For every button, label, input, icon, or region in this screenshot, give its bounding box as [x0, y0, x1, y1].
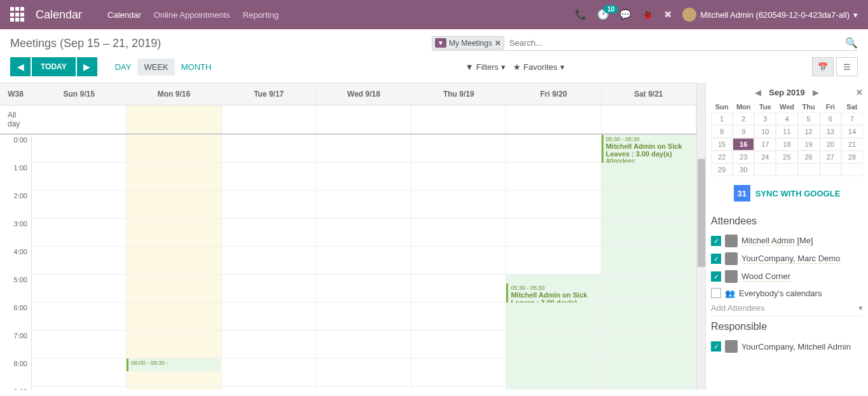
list-view-button[interactable]: ☰ [836, 57, 858, 76]
time-cell[interactable] [317, 331, 411, 358]
time-cell[interactable] [506, 303, 601, 331]
time-cell[interactable]: 05:30 - 05:30Mitchell Admin on Sick Leav… [602, 135, 696, 163]
mini-day[interactable]: 15 [711, 138, 733, 151]
sync-google[interactable]: 31 SYNC WITH GOOGLE [711, 176, 863, 210]
time-cell[interactable] [32, 358, 127, 386]
time-cell[interactable] [602, 331, 696, 358]
next-button[interactable]: ▶ [77, 57, 97, 76]
mini-day[interactable]: 10 [754, 125, 776, 138]
time-cell[interactable] [411, 247, 506, 275]
time-cell[interactable] [506, 191, 601, 219]
time-cell[interactable] [127, 191, 221, 219]
mini-day[interactable]: 2 [733, 113, 754, 125]
time-cell[interactable] [222, 163, 317, 191]
nav-calendar[interactable]: Calendar [107, 10, 141, 20]
time-cell[interactable] [127, 303, 221, 331]
mini-day[interactable]: 9 [733, 125, 754, 138]
tab-week[interactable]: WEEK [137, 58, 174, 76]
time-cell[interactable] [506, 219, 601, 247]
scrollbar-thumb[interactable] [698, 159, 705, 267]
mini-day[interactable]: 30 [733, 163, 754, 176]
time-cell[interactable] [411, 386, 506, 390]
time-cell[interactable] [32, 275, 127, 303]
mini-day[interactable]: 13 [820, 125, 841, 138]
scrollbar[interactable] [696, 83, 705, 390]
time-cell[interactable] [222, 386, 317, 390]
time-cell[interactable] [32, 191, 127, 219]
mini-day[interactable]: 4 [776, 113, 797, 125]
time-cell[interactable] [222, 358, 317, 386]
bug-icon[interactable]: 🐞 [642, 9, 654, 20]
close-icon[interactable]: ✕ [495, 39, 501, 48]
time-cell[interactable] [506, 247, 601, 275]
time-cell[interactable] [32, 303, 127, 331]
mini-day[interactable]: 25 [776, 151, 797, 163]
today-button[interactable]: TODAY [32, 57, 76, 76]
time-cell[interactable]: 08:00 - 08:30 - [127, 358, 221, 386]
calendar-view-button[interactable]: 📅 [812, 57, 834, 76]
time-cell[interactable] [602, 247, 696, 275]
responsible-row[interactable]: ✓ YourCompany, Mitchell Admin [711, 338, 863, 355]
clock-icon[interactable]: 🕐10 [597, 9, 609, 20]
favorites-dropdown[interactable]: ★ Favorites ▾ [513, 62, 564, 72]
time-cell[interactable] [411, 219, 506, 247]
time-cell[interactable] [602, 386, 696, 390]
time-cell[interactable] [32, 135, 127, 163]
time-cell[interactable] [32, 247, 127, 275]
mini-day[interactable]: 3 [754, 113, 776, 125]
time-cell[interactable] [127, 386, 221, 390]
nav-online-appointments[interactable]: Online Appointments [154, 10, 230, 20]
mini-day[interactable]: 6 [820, 113, 841, 125]
time-cell[interactable] [411, 163, 506, 191]
mini-day[interactable]: 16 [733, 138, 754, 151]
filter-tag[interactable]: ▼ My Meetings ✕ [432, 36, 504, 50]
everybody-calendars[interactable]: 👥 Everybody's calendars [711, 285, 863, 301]
user-menu[interactable]: Mitchell Admin (620549-12-0-423da7-all) … [682, 8, 858, 22]
time-cell[interactable] [411, 331, 506, 358]
mini-day[interactable]: 18 [776, 138, 797, 151]
filters-dropdown[interactable]: ▼ Filters ▾ [465, 62, 506, 72]
prev-button[interactable]: ◀ [10, 57, 31, 76]
mini-day[interactable]: 29 [711, 163, 733, 176]
time-cell[interactable] [127, 135, 221, 163]
checkbox[interactable]: ✓ [711, 271, 721, 282]
time-cell[interactable] [411, 358, 506, 386]
mini-day[interactable]: 28 [841, 151, 863, 163]
time-cell[interactable] [317, 191, 411, 219]
mini-next-icon[interactable]: ▶ [813, 88, 819, 97]
attendee-row[interactable]: ✓YourCompany, Marc Demo [711, 250, 863, 268]
event-meeting-mon[interactable]: 08:00 - 08:30 - [127, 358, 219, 371]
time-cell[interactable] [127, 331, 221, 358]
search-input[interactable] [504, 36, 845, 50]
phone-icon[interactable]: 📞 [575, 9, 587, 20]
time-cell[interactable]: 05:30 - 05:30Mitchell Admin on Sick Leav… [506, 275, 601, 303]
mini-day[interactable]: 20 [820, 138, 841, 151]
time-cell[interactable] [602, 219, 696, 247]
apps-icon[interactable] [10, 7, 25, 22]
time-cell[interactable] [222, 303, 317, 331]
mini-day[interactable]: 8 [711, 125, 733, 138]
search-icon[interactable]: 🔍 [845, 37, 858, 49]
nav-reporting[interactable]: Reporting [243, 10, 279, 20]
mini-day[interactable]: 21 [841, 138, 863, 151]
mini-day[interactable]: 12 [798, 125, 820, 138]
mini-day[interactable]: 1 [711, 113, 733, 125]
time-cell[interactable] [317, 135, 411, 163]
mini-day[interactable]: 24 [754, 151, 776, 163]
time-cell[interactable] [317, 219, 411, 247]
mini-day[interactable]: 27 [820, 151, 841, 163]
mini-close-icon[interactable]: ✕ [856, 88, 863, 97]
tools-icon[interactable]: ✖ [664, 9, 672, 20]
time-cell[interactable] [317, 386, 411, 390]
time-cell[interactable] [222, 331, 317, 358]
checkbox[interactable]: ✓ [711, 254, 721, 264]
time-cell[interactable] [602, 191, 696, 219]
tab-month[interactable]: MONTH [175, 58, 218, 76]
checkbox[interactable] [711, 288, 721, 298]
chat-icon[interactable]: 💬 [619, 9, 631, 20]
time-cell[interactable] [127, 219, 221, 247]
time-cell[interactable] [602, 358, 696, 386]
time-cell[interactable] [127, 275, 221, 303]
time-cell[interactable] [222, 247, 317, 275]
tab-day[interactable]: DAY [109, 58, 138, 76]
